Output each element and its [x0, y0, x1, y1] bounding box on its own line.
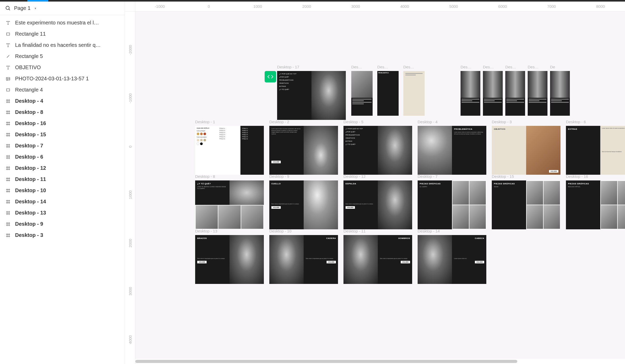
layer-item[interactable]: Rectangle 4 — [0, 84, 125, 95]
frame-small[interactable]: Des… — [528, 71, 547, 116]
frame-label: Des… — [403, 65, 414, 69]
layer-item[interactable]: La finalidad no es hacerles sentir q… — [0, 40, 125, 51]
text-icon — [5, 42, 11, 48]
menu-item: ¿Y TÚ QUÉ? — [279, 89, 309, 90]
frame-label: Desktop - 16 — [566, 174, 588, 179]
frame-label: Desktop - 1 — [195, 120, 215, 124]
layer-label: Desktop - 11 — [15, 176, 46, 182]
frame-desktop-7[interactable]: Desktop - 7 PIEZAS GRÁFICAS EL CUERPO — [418, 180, 486, 229]
layer-item[interactable]: Rectangle 5 — [0, 51, 125, 62]
frame-small[interactable]: Des… — [505, 71, 525, 116]
frame-body: GUIA DE ESTILO Color principal Color sec… — [195, 126, 264, 175]
menu-item: OBJETIVOS — [346, 137, 376, 139]
frame-icon — [5, 154, 11, 160]
frame-small[interactable]: Des… — [461, 71, 480, 116]
component-badge[interactable] — [265, 71, 276, 82]
layer-item[interactable]: Desktop - 15 — [0, 129, 125, 140]
frame-label: Desktop - 7 — [418, 174, 438, 179]
svg-rect-12 — [7, 89, 10, 91]
frame-icon — [5, 188, 11, 193]
ruler-corner — [125, 2, 135, 11]
layer-label: Desktop - 16 — [15, 120, 46, 126]
text-icon — [5, 20, 11, 26]
scrollbar-thumb[interactable] — [135, 360, 517, 363]
page-selector[interactable]: Page 1 ▾ — [0, 2, 125, 15]
layer-label: Desktop - 4 — [15, 98, 43, 104]
frame-label: Des… — [377, 65, 388, 69]
frame-desktop-13[interactable]: Desktop - 13 BRAZOS Solo mira lo importa… — [195, 235, 264, 284]
frame-desktop-9[interactable]: Desktop - 9 CUELLO Solo mira lo importan… — [269, 180, 338, 229]
layer-label: Desktop - 3 — [15, 232, 43, 238]
layer-item[interactable]: Desktop - 9 — [0, 218, 125, 230]
frame-desktop-8[interactable]: Desktop - 8 ¿Y TÚ QUÉ? CÓMO TE SIENTES C… — [195, 180, 264, 229]
layer-item[interactable]: Desktop - 13 — [0, 207, 125, 218]
layer-item[interactable]: Desktop - 8 — [0, 107, 125, 118]
frame-desktop-14[interactable]: Desktop - 14 CABEZA Lorem ipsum dolor si… — [418, 235, 486, 284]
layer-item[interactable]: Desktop - 10 — [0, 185, 125, 196]
layer-item[interactable]: Desktop - 3 — [0, 230, 125, 241]
frame-label: Des… — [528, 65, 539, 69]
canvas[interactable]: Desktop - 17 ¿Y POR QUÉ NO YO?¿POR QUÉ?P… — [135, 11, 625, 359]
frame-label: Desktop - 11 — [343, 229, 366, 233]
frame-label: Desktop - 5 — [343, 120, 363, 124]
frame-desktop-10[interactable]: Desktop - 10 CADERA Solo mira lo importa… — [269, 235, 338, 284]
frame-icon — [5, 98, 11, 104]
layer-label: Rectangle 4 — [15, 87, 43, 93]
frame-label: Desktop - 4 — [418, 120, 438, 124]
layer-list[interactable]: Este experimento nos muestra el l…Rectan… — [0, 15, 125, 364]
frame-desktop-6[interactable]: Desktop - 6 EXTRAS Lorem ipsum dolor sit… — [566, 126, 625, 175]
frame-label: Desktop - 2 — [269, 120, 289, 124]
layer-item[interactable]: Desktop - 7 — [0, 140, 125, 151]
frame-small[interactable]: De — [550, 71, 570, 116]
layer-item[interactable]: PHOTO-2024-03-01-13-13-57 1 — [0, 73, 125, 84]
frame-desktop-17[interactable]: Desktop - 17 ¿Y POR QUÉ NO YO?¿POR QUÉ?P… — [277, 71, 346, 120]
svg-point-11 — [7, 78, 8, 79]
frame-small[interactable]: Des… — [403, 71, 425, 116]
frame-desktop-2[interactable]: Desktop - 2 Lorem ipsum dolor sit amet c… — [269, 126, 338, 175]
frame-desktop-16[interactable]: Desktop - 16 PIEZAS GRÁFICAS REALIDAD VI… — [566, 180, 625, 229]
layer-label: Desktop - 10 — [15, 187, 46, 193]
layer-item[interactable]: Desktop - 14 — [0, 196, 125, 207]
horizontal-ruler: -1000010002000300040005000600070008000 — [135, 2, 625, 11]
frame-label: Desktop - 17 — [277, 65, 299, 69]
frame-label: Desktop - 10 — [269, 229, 291, 233]
frame-icon — [5, 132, 11, 138]
frame-desktop-3[interactable]: Desktop - 3 OBJETIVO VOLVER — [492, 126, 560, 175]
layer-item[interactable]: OBJETIVO — [0, 62, 125, 73]
menu-item: ¿POR QUÉ? — [279, 76, 309, 78]
layers-panel: Page 1 ▾ Este experimento nos muestra el… — [0, 0, 125, 364]
frame-icon — [5, 210, 11, 216]
frame-desktop-15[interactable]: Desktop - 15 PIEZAS GRÁFICAS ÁLBUM — [492, 180, 560, 229]
layer-item[interactable]: Rectangle 11 — [0, 28, 125, 40]
chevron-down-icon: ▾ — [35, 6, 36, 10]
frame-desktop-5[interactable]: Desktop - 5 ¿Y POR QUÉ NO YO?¿POR QUÉ?PR… — [343, 126, 412, 175]
layer-item[interactable]: Desktop - 12 — [0, 162, 125, 174]
frame-icon — [5, 177, 11, 182]
frame-desktop-4[interactable]: Desktop - 4 PROBLEMÁTICA Lorem ipsum dol… — [418, 126, 486, 175]
menu-item: EXTRAS — [279, 86, 309, 87]
frame-small[interactable]: Des… — [483, 71, 503, 116]
layer-item[interactable]: Desktop - 4 — [0, 95, 125, 107]
layer-item[interactable]: Este experimento nos muestra el l… — [0, 17, 125, 28]
frame-small[interactable]: Des… — [351, 71, 373, 116]
top-tab-bar — [0, 0, 625, 2]
line-icon — [5, 54, 11, 59]
frame-desktop-12[interactable]: Desktop - 12 ESPALDA Solo mira lo import… — [343, 180, 412, 229]
frame-label: Desktop - 14 — [418, 229, 440, 233]
frame-small[interactable]: Des…PROBLEMÁTICA — [377, 71, 399, 116]
frame-desktop-11[interactable]: Desktop - 11 HOMBROS Solo mira lo import… — [343, 235, 412, 284]
search-icon — [5, 5, 11, 11]
text-icon — [5, 65, 11, 70]
horizontal-scrollbar[interactable] — [135, 359, 625, 364]
layer-label: Desktop - 12 — [15, 165, 46, 171]
frame-label: Desktop - 3 — [492, 120, 512, 124]
menu-list: ¿Y POR QUÉ NO YO?¿POR QUÉ?PROBLEMÁTICASO… — [279, 73, 309, 90]
frame-label: Des… — [483, 65, 494, 69]
layer-item[interactable]: Desktop - 11 — [0, 174, 125, 185]
layer-item[interactable]: Desktop - 6 — [0, 151, 125, 162]
layer-label: Este experimento nos muestra el l… — [15, 20, 99, 26]
menu-item: ¿Y POR QUÉ NO YO? — [346, 128, 376, 129]
layer-item[interactable]: Desktop - 16 — [0, 118, 125, 129]
menu-item: PROBLEMÁTICAS — [346, 134, 376, 136]
frame-desktop-1[interactable]: Desktop - 1 GUIA DE ESTILO Color princip… — [195, 126, 264, 175]
